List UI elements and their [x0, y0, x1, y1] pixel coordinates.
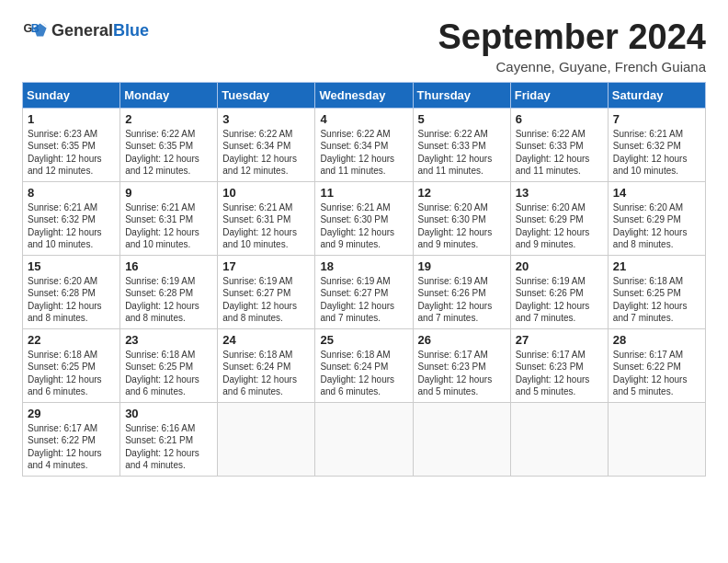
day-cell	[315, 402, 413, 476]
header-day-thursday: Thursday	[413, 82, 510, 108]
week-row-2: 8 Sunrise: 6:21 AMSunset: 6:32 PMDayligh…	[23, 181, 706, 255]
day-info: Sunrise: 6:18 AMSunset: 6:24 PMDaylight:…	[222, 349, 310, 398]
day-info: Sunrise: 6:17 AMSunset: 6:23 PMDaylight:…	[516, 349, 603, 398]
day-number: 26	[418, 333, 506, 347]
day-info: Sunrise: 6:20 AMSunset: 6:28 PMDaylight:…	[28, 275, 115, 325]
header-day-friday: Friday	[510, 82, 608, 108]
location-subtitle: Cayenne, Guyane, French Guiana	[438, 59, 707, 75]
day-info: Sunrise: 6:22 AMSunset: 6:34 PMDaylight:…	[222, 128, 310, 178]
day-cell	[218, 402, 315, 476]
month-title: September 2024	[438, 18, 707, 57]
day-cell: 1 Sunrise: 6:23 AMSunset: 6:35 PMDayligh…	[23, 108, 120, 181]
day-info: Sunrise: 6:19 AMSunset: 6:27 PMDaylight:…	[222, 275, 310, 325]
day-cell: 11 Sunrise: 6:21 AMSunset: 6:30 PMDaylig…	[315, 181, 413, 255]
day-number: 4	[320, 112, 407, 126]
day-info: Sunrise: 6:17 AMSunset: 6:22 PMDaylight:…	[613, 349, 700, 398]
week-row-3: 15 Sunrise: 6:20 AMSunset: 6:28 PMDaylig…	[23, 255, 706, 328]
day-info: Sunrise: 6:21 AMSunset: 6:30 PMDaylight:…	[320, 201, 407, 251]
day-info: Sunrise: 6:19 AMSunset: 6:26 PMDaylight:…	[418, 275, 506, 325]
day-info: Sunrise: 6:23 AMSunset: 6:35 PMDaylight:…	[28, 128, 115, 178]
day-cell: 19 Sunrise: 6:19 AMSunset: 6:26 PMDaylig…	[413, 255, 510, 328]
day-info: Sunrise: 6:18 AMSunset: 6:25 PMDaylight:…	[613, 275, 700, 325]
day-number: 15	[28, 259, 115, 273]
day-info: Sunrise: 6:18 AMSunset: 6:24 PMDaylight:…	[320, 349, 407, 398]
day-number: 2	[125, 112, 212, 126]
day-info: Sunrise: 6:21 AMSunset: 6:31 PMDaylight:…	[125, 201, 212, 251]
day-number: 17	[222, 259, 310, 273]
header-day-tuesday: Tuesday	[218, 82, 315, 108]
day-cell: 14 Sunrise: 6:20 AMSunset: 6:29 PMDaylig…	[608, 181, 705, 255]
day-number: 30	[125, 407, 212, 420]
day-number: 23	[125, 333, 212, 347]
day-number: 14	[613, 186, 700, 200]
week-row-1: 1 Sunrise: 6:23 AMSunset: 6:35 PMDayligh…	[23, 108, 706, 181]
day-cell	[510, 402, 608, 476]
day-number: 9	[125, 186, 212, 200]
header-day-wednesday: Wednesday	[315, 82, 413, 108]
day-number: 25	[320, 333, 407, 347]
day-info: Sunrise: 6:22 AMSunset: 6:33 PMDaylight:…	[418, 128, 506, 178]
day-number: 20	[516, 259, 603, 273]
day-number: 19	[418, 259, 506, 273]
day-cell: 27 Sunrise: 6:17 AMSunset: 6:23 PMDaylig…	[510, 328, 608, 402]
day-number: 28	[613, 333, 700, 347]
day-cell: 30 Sunrise: 6:16 AMSunset: 6:21 PMDaylig…	[120, 402, 218, 476]
day-cell: 6 Sunrise: 6:22 AMSunset: 6:33 PMDayligh…	[510, 108, 608, 181]
header-day-saturday: Saturday	[608, 82, 705, 108]
day-info: Sunrise: 6:21 AMSunset: 6:31 PMDaylight:…	[222, 201, 310, 251]
day-cell: 8 Sunrise: 6:21 AMSunset: 6:32 PMDayligh…	[23, 181, 120, 255]
day-cell: 5 Sunrise: 6:22 AMSunset: 6:33 PMDayligh…	[413, 108, 510, 181]
day-cell: 23 Sunrise: 6:18 AMSunset: 6:25 PMDaylig…	[120, 328, 218, 402]
day-number: 13	[516, 186, 603, 200]
day-info: Sunrise: 6:20 AMSunset: 6:29 PMDaylight:…	[613, 201, 700, 251]
day-info: Sunrise: 6:16 AMSunset: 6:21 PMDaylight:…	[125, 422, 212, 472]
day-cell: 10 Sunrise: 6:21 AMSunset: 6:31 PMDaylig…	[218, 181, 315, 255]
day-cell: 18 Sunrise: 6:19 AMSunset: 6:27 PMDaylig…	[315, 255, 413, 328]
day-number: 16	[125, 259, 212, 273]
day-number: 5	[418, 112, 506, 126]
day-number: 1	[28, 112, 115, 126]
day-cell	[413, 402, 510, 476]
day-cell: 12 Sunrise: 6:20 AMSunset: 6:30 PMDaylig…	[413, 181, 510, 255]
week-row-5: 29 Sunrise: 6:17 AMSunset: 6:22 PMDaylig…	[23, 402, 706, 476]
logo-text: GeneralBlue	[51, 22, 149, 40]
day-number: 22	[28, 333, 115, 347]
day-cell: 17 Sunrise: 6:19 AMSunset: 6:27 PMDaylig…	[218, 255, 315, 328]
day-cell: 4 Sunrise: 6:22 AMSunset: 6:34 PMDayligh…	[315, 108, 413, 181]
day-info: Sunrise: 6:20 AMSunset: 6:30 PMDaylight:…	[418, 201, 506, 251]
day-cell: 21 Sunrise: 6:18 AMSunset: 6:25 PMDaylig…	[608, 255, 705, 328]
day-cell: 2 Sunrise: 6:22 AMSunset: 6:35 PMDayligh…	[120, 108, 218, 181]
header-day-sunday: Sunday	[23, 82, 120, 108]
title-area: September 2024 Cayenne, Guyane, French G…	[438, 18, 707, 75]
day-info: Sunrise: 6:22 AMSunset: 6:33 PMDaylight:…	[516, 128, 603, 178]
day-cell: 3 Sunrise: 6:22 AMSunset: 6:34 PMDayligh…	[218, 108, 315, 181]
day-number: 3	[222, 112, 310, 126]
day-number: 8	[28, 186, 115, 200]
calendar-table: SundayMondayTuesdayWednesdayThursdayFrid…	[22, 82, 706, 477]
day-cell: 22 Sunrise: 6:18 AMSunset: 6:25 PMDaylig…	[23, 328, 120, 402]
day-info: Sunrise: 6:18 AMSunset: 6:25 PMDaylight:…	[125, 349, 212, 398]
day-cell: 7 Sunrise: 6:21 AMSunset: 6:32 PMDayligh…	[608, 108, 705, 181]
day-info: Sunrise: 6:22 AMSunset: 6:35 PMDaylight:…	[125, 128, 212, 178]
day-cell: 13 Sunrise: 6:20 AMSunset: 6:29 PMDaylig…	[510, 181, 608, 255]
day-info: Sunrise: 6:19 AMSunset: 6:27 PMDaylight:…	[320, 275, 407, 325]
day-number: 27	[516, 333, 603, 347]
page-header: G B GeneralBlue September 2024 Cayenne, …	[22, 18, 706, 75]
day-number: 11	[320, 186, 407, 200]
logo: G B GeneralBlue	[22, 18, 149, 44]
day-cell: 28 Sunrise: 6:17 AMSunset: 6:22 PMDaylig…	[608, 328, 705, 402]
logo-icon: G B	[22, 18, 48, 44]
day-cell: 29 Sunrise: 6:17 AMSunset: 6:22 PMDaylig…	[23, 402, 120, 476]
day-info: Sunrise: 6:19 AMSunset: 6:26 PMDaylight:…	[516, 275, 603, 325]
day-number: 12	[418, 186, 506, 200]
day-cell	[608, 402, 705, 476]
header-row: SundayMondayTuesdayWednesdayThursdayFrid…	[23, 82, 706, 108]
day-cell: 16 Sunrise: 6:19 AMSunset: 6:28 PMDaylig…	[120, 255, 218, 328]
day-number: 7	[613, 112, 700, 126]
day-cell: 9 Sunrise: 6:21 AMSunset: 6:31 PMDayligh…	[120, 181, 218, 255]
day-number: 21	[613, 259, 700, 273]
day-cell: 20 Sunrise: 6:19 AMSunset: 6:26 PMDaylig…	[510, 255, 608, 328]
day-number: 10	[222, 186, 310, 200]
day-cell: 26 Sunrise: 6:17 AMSunset: 6:23 PMDaylig…	[413, 328, 510, 402]
week-row-4: 22 Sunrise: 6:18 AMSunset: 6:25 PMDaylig…	[23, 328, 706, 402]
